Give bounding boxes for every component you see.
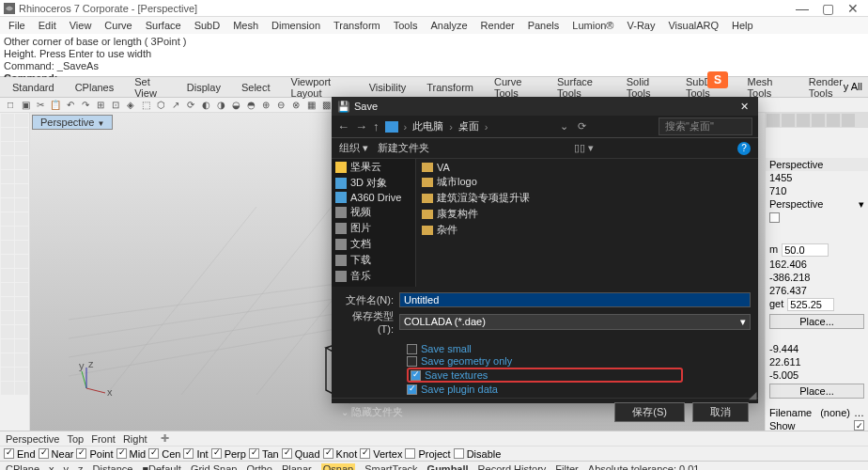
tool-icon[interactable]: ▣ bbox=[19, 99, 32, 112]
add-view-button[interactable]: ✚ bbox=[161, 432, 169, 445]
tab-display[interactable]: Display bbox=[178, 80, 229, 95]
menu-render[interactable]: Render bbox=[476, 19, 519, 32]
menu-view[interactable]: View bbox=[65, 19, 97, 32]
save-button[interactable]: 保存(S) bbox=[614, 402, 685, 422]
tree-item[interactable]: 坚果云 bbox=[332, 159, 415, 175]
resize-grip-icon[interactable]: ◢ bbox=[749, 389, 756, 401]
maximize-button[interactable]: ▢ bbox=[822, 4, 834, 13]
tool-icon[interactable] bbox=[1, 255, 14, 268]
view-tab-right[interactable]: Right bbox=[123, 433, 147, 445]
menu-curve[interactable]: Curve bbox=[100, 19, 136, 32]
tool-icon[interactable] bbox=[1, 128, 14, 141]
tool-icon[interactable]: ↷ bbox=[79, 99, 92, 112]
tab-visibility[interactable]: Visibility bbox=[361, 80, 415, 95]
folder-item[interactable]: 杂件 bbox=[422, 222, 752, 238]
breadcrumb-desktop[interactable]: 桌面 bbox=[458, 119, 479, 133]
osnap-checkbox[interactable] bbox=[116, 448, 127, 459]
panel-checkbox[interactable] bbox=[766, 212, 868, 224]
tool-icon[interactable]: ▩ bbox=[319, 99, 333, 112]
menu-vray[interactable]: V-Ray bbox=[622, 19, 659, 32]
tool-icon[interactable] bbox=[1, 311, 14, 324]
nav-up-button[interactable]: ↑ bbox=[373, 119, 380, 133]
save-option[interactable]: Save geometry only bbox=[407, 355, 683, 367]
filename-input[interactable]: Untitled bbox=[399, 292, 751, 307]
tool-icon[interactable] bbox=[1, 297, 14, 310]
tool-icon[interactable] bbox=[1, 325, 14, 338]
tool-icon[interactable] bbox=[15, 128, 28, 141]
osnap-checkbox[interactable] bbox=[211, 448, 222, 459]
tool-icon[interactable] bbox=[15, 241, 28, 254]
status-layer[interactable]: ■Default bbox=[142, 463, 181, 471]
osnap-checkbox[interactable] bbox=[148, 448, 159, 459]
tree-item[interactable]: 桌面 bbox=[332, 284, 415, 287]
tool-icon[interactable] bbox=[1, 339, 14, 352]
show-checkbox[interactable] bbox=[854, 420, 864, 431]
tool-icon[interactable] bbox=[15, 368, 28, 381]
panel-icon[interactable] bbox=[827, 114, 840, 127]
folder-item[interactable]: 建筑渲染专项提升课 bbox=[422, 190, 752, 206]
tool-icon[interactable] bbox=[15, 339, 28, 352]
panel-icon[interactable] bbox=[797, 114, 810, 127]
tree-item[interactable]: 3D 对象 bbox=[332, 175, 415, 191]
tool-icon[interactable] bbox=[1, 184, 14, 197]
menu-mesh[interactable]: Mesh bbox=[228, 19, 263, 32]
tool-icon[interactable]: ⟳ bbox=[184, 99, 197, 112]
view-tab-top[interactable]: Top bbox=[67, 433, 84, 445]
tool-icon[interactable] bbox=[1, 269, 14, 282]
tool-icon[interactable] bbox=[15, 198, 28, 212]
breadcrumb-pc[interactable]: 此电脑 bbox=[412, 119, 443, 133]
menu-transform[interactable]: Transform bbox=[329, 19, 385, 32]
status-gumball[interactable]: Gumball bbox=[427, 463, 469, 471]
folder-item[interactable]: 城市logo bbox=[422, 174, 752, 190]
tree-item[interactable]: 图片 bbox=[332, 220, 415, 236]
osnap-checkbox[interactable] bbox=[76, 448, 86, 459]
status-rechist[interactable]: Record History bbox=[478, 463, 547, 471]
tool-icon[interactable] bbox=[1, 227, 14, 240]
nav-back-button[interactable]: ← bbox=[337, 119, 349, 133]
tool-icon[interactable] bbox=[15, 297, 28, 310]
save-option[interactable]: Save small bbox=[407, 343, 683, 354]
save-option[interactable]: Save plugin data bbox=[407, 384, 683, 395]
nav-fwd-button[interactable]: → bbox=[355, 119, 367, 133]
tool-icon[interactable] bbox=[15, 142, 28, 155]
tab-standard[interactable]: Standard bbox=[4, 80, 63, 95]
tool-icon[interactable]: ⬚ bbox=[139, 99, 152, 112]
menu-file[interactable]: File bbox=[4, 19, 30, 32]
dialog-close-button[interactable]: ✕ bbox=[736, 101, 752, 113]
panel-input[interactable] bbox=[787, 298, 834, 311]
tool-icon[interactable]: □ bbox=[4, 99, 17, 112]
tool-icon[interactable] bbox=[1, 241, 14, 254]
menu-analyze[interactable]: Analyze bbox=[426, 19, 472, 32]
filetype-select[interactable]: COLLADA (*.dae)▾ bbox=[399, 314, 751, 330]
tool-icon[interactable]: ◑ bbox=[214, 99, 227, 112]
tool-icon[interactable] bbox=[15, 283, 28, 296]
folder-item[interactable]: VA bbox=[422, 161, 752, 174]
menu-surface[interactable]: Surface bbox=[141, 19, 186, 32]
tool-icon[interactable] bbox=[1, 156, 14, 169]
save-option[interactable]: Save textures bbox=[407, 368, 683, 383]
osnap-checkbox[interactable] bbox=[323, 448, 333, 459]
tree-item[interactable]: 音乐 bbox=[332, 268, 415, 284]
tab-select[interactable]: Select bbox=[233, 80, 279, 95]
tool-icon[interactable] bbox=[1, 212, 14, 226]
panel-icon[interactable] bbox=[812, 114, 825, 127]
menu-visualarq[interactable]: VisualARQ bbox=[663, 19, 723, 32]
tree-item[interactable]: A360 Drive bbox=[332, 191, 415, 204]
search-input[interactable]: 搜索"桌面" bbox=[659, 118, 752, 135]
menu-help[interactable]: Help bbox=[727, 19, 758, 32]
osnap-checkbox[interactable] bbox=[183, 448, 194, 459]
osnap-checkbox[interactable] bbox=[249, 448, 259, 459]
status-osnap[interactable]: Osnap bbox=[321, 463, 355, 471]
tab-transform[interactable]: Transform bbox=[418, 80, 482, 95]
tool-icon[interactable]: ↗ bbox=[169, 99, 182, 112]
osnap-checkbox[interactable] bbox=[360, 448, 370, 459]
tool-icon[interactable]: ⬡ bbox=[154, 99, 167, 112]
tool-icon[interactable]: ◈ bbox=[124, 99, 137, 112]
osnap-checkbox[interactable] bbox=[4, 448, 14, 459]
tool-icon[interactable] bbox=[15, 184, 28, 197]
status-filter[interactable]: Filter bbox=[555, 463, 578, 471]
cancel-button[interactable]: 取消 bbox=[692, 402, 749, 422]
refresh-button[interactable]: ⟳ bbox=[578, 120, 586, 133]
tool-icon[interactable] bbox=[1, 382, 14, 395]
view-tab-front[interactable]: Front bbox=[91, 433, 116, 445]
